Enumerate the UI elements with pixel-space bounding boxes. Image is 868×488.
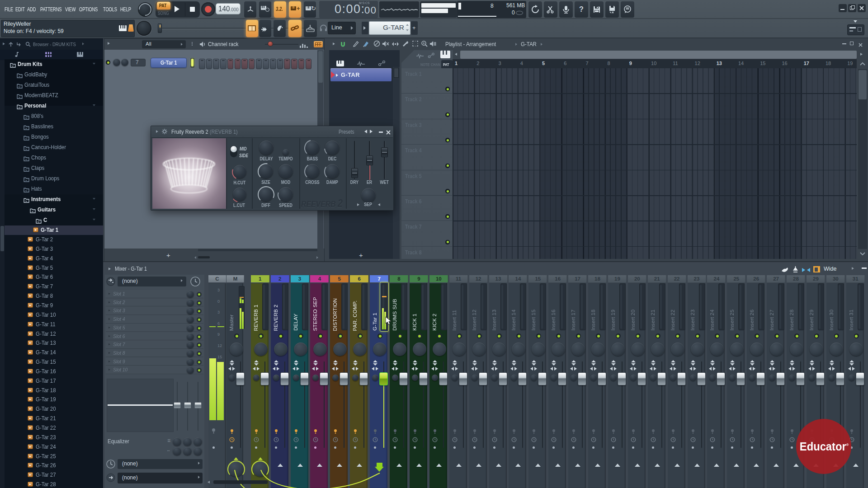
svg-text:?: ? — [579, 5, 584, 13]
